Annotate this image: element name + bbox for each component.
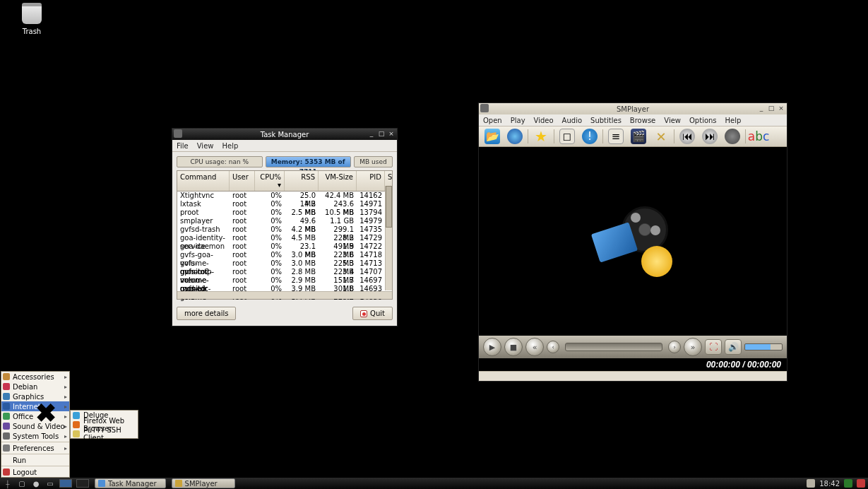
more-details-button[interactable]: more details: [177, 307, 236, 320]
menu-help[interactable]: Help: [725, 117, 742, 124]
table-row[interactable]: prootroot0%2.5 MB10.5 MB13794: [177, 208, 392, 217]
col-vmsize[interactable]: VM-Size: [319, 171, 357, 191]
horizontal-scrollbar[interactable]: [177, 291, 392, 299]
toolbar-separator: [602, 129, 603, 143]
task-manager-titlebar[interactable]: Task Manager _ □ ×: [172, 129, 397, 140]
play-button[interactable]: ▶: [483, 338, 501, 356]
app-icon: [73, 421, 80, 428]
menu-file[interactable]: File: [177, 142, 189, 150]
tray-icon[interactable]: [807, 479, 815, 488]
step-back-button[interactable]: ‹: [547, 341, 559, 353]
close-button[interactable]: ×: [387, 129, 396, 138]
mute-button[interactable]: 🔊: [725, 339, 742, 355]
col-cpu[interactable]: CPU% ▾: [255, 171, 285, 191]
col-rss[interactable]: RSS: [285, 171, 319, 191]
table-row[interactable]: goa-identity-serviceroot0%4.5 MB228.2 MB…: [177, 234, 392, 242]
preferences-icon[interactable]: ✕: [653, 129, 669, 144]
menu-audio[interactable]: Audio: [562, 117, 582, 124]
table-row[interactable]: goa-daemonroot0%23.1 MB491.9 MB14722: [177, 242, 392, 251]
info-icon[interactable]: !: [582, 129, 598, 144]
table-row[interactable]: Xtightvncroot0%25.0 MB42.4 MB14162: [177, 192, 392, 200]
close-button[interactable]: ×: [777, 104, 785, 112]
video-area[interactable]: [479, 147, 787, 336]
menu-video[interactable]: Video: [534, 117, 554, 124]
open-file-icon[interactable]: 📂: [484, 129, 500, 144]
favorites-icon[interactable]: ★: [533, 129, 549, 144]
category-icon: [3, 373, 10, 380]
vertical-scrollbar[interactable]: [385, 186, 392, 290]
submenu-item-putty-ssh-client[interactable]: PuTTY SSH Client: [71, 429, 138, 438]
rewind-button[interactable]: «: [525, 338, 544, 356]
workspace1-button[interactable]: [59, 479, 72, 488]
minimize-all-button[interactable]: ▭: [45, 479, 55, 488]
playlist-icon[interactable]: ≡: [608, 129, 624, 144]
app-icon: [73, 430, 80, 437]
menu-item-run[interactable]: Run: [1, 455, 69, 465]
menu-item-system-tools[interactable]: System Tools▸: [1, 431, 69, 441]
menu-item-debian[interactable]: Debian▸: [1, 382, 69, 391]
category-icon: [3, 403, 10, 410]
forward-button[interactable]: »: [684, 338, 702, 356]
screenshot-icon[interactable]: ◻: [559, 129, 575, 144]
table-row[interactable]: gvfs-mtp-volume-monitorroot0%2.8 MB223.4…: [177, 268, 392, 276]
table-row[interactable]: gvfsd-trashroot0%4.2 MB299.1 MB14735: [177, 225, 392, 234]
file-manager-launcher[interactable]: ▢: [17, 479, 27, 488]
col-pid[interactable]: PID: [357, 171, 385, 191]
taskbar-task-manager[interactable]: Task Manager: [95, 478, 166, 488]
internet-submenu: DelugeFirefox Web BrowserPuTTY SSH Clien…: [70, 410, 138, 439]
taskbar-smplayer[interactable]: SMPlayer: [172, 478, 235, 488]
prev-chapter-icon[interactable]: ⏮: [679, 129, 695, 144]
browser-launcher[interactable]: ●: [31, 479, 41, 488]
menu-help[interactable]: Help: [222, 142, 238, 150]
seek-slider[interactable]: [565, 343, 662, 351]
menu-view[interactable]: View: [197, 142, 214, 150]
toolbar-separator: [528, 129, 528, 143]
col-user[interactable]: User: [230, 171, 255, 191]
table-row[interactable]: menu-cachedroot0%2.9 MB151.7 MB14697: [177, 276, 392, 285]
menu-open[interactable]: Open: [483, 117, 502, 124]
scrollbar-thumb[interactable]: [386, 186, 392, 228]
start-menu-button[interactable]: ⟊: [3, 479, 13, 488]
col-command[interactable]: Command: [177, 171, 230, 191]
stop-button[interactable]: ■: [504, 338, 523, 356]
repeat-icon[interactable]: [725, 129, 740, 144]
menu-browse[interactable]: Browse: [630, 117, 655, 124]
table-row[interactable]: gvfs-gphoto2-volume-monitorroot0%3.0 MB2…: [177, 259, 392, 268]
menu-options[interactable]: Options: [689, 117, 717, 124]
smplayer-icon: [175, 480, 182, 487]
table-row[interactable]: gvfs-goa-volume-monitorroot0%3.0 MB223.6…: [177, 251, 392, 259]
time-display: 00:00:00 / 00:00:00: [479, 358, 787, 371]
window-title: SMPlayer: [617, 105, 649, 113]
maximize-button[interactable]: □: [377, 129, 386, 138]
menu-item-preferences[interactable]: Preferences▸: [1, 443, 69, 453]
quit-icon: [360, 310, 367, 317]
menu-item-accessories[interactable]: Accessories▸: [1, 372, 69, 382]
next-chapter-icon[interactable]: ⏭: [702, 129, 718, 144]
smplayer-titlebar[interactable]: SMPlayer _ □ ×: [479, 103, 787, 114]
smplayer-logo: [590, 206, 675, 277]
menu-item-logout[interactable]: Logout: [1, 467, 69, 477]
clock[interactable]: 18:42: [819, 480, 840, 488]
maximize-button[interactable]: □: [767, 104, 775, 112]
fullscreen-button[interactable]: ⛶: [705, 339, 722, 355]
step-fwd-button[interactable]: ›: [668, 341, 681, 353]
table-row[interactable]: smplayerroot0%49.6 MB1.1 GB14979: [177, 217, 392, 225]
minimize-button[interactable]: _: [757, 104, 766, 112]
open-url-icon[interactable]: [507, 129, 523, 144]
quit-button[interactable]: Quit: [352, 307, 393, 320]
workspace2-button[interactable]: [76, 479, 89, 488]
menu-subtitles[interactable]: Subtitles: [590, 117, 622, 124]
minimize-button[interactable]: _: [367, 129, 376, 138]
toolbar-separator: [674, 129, 674, 143]
desktop-trash[interactable]: Trash: [14, 3, 49, 36]
logout-tray-icon[interactable]: [857, 479, 865, 488]
network-tray-icon[interactable]: [844, 479, 852, 488]
table-row[interactable]: lxtaskroot0%14.2 MB243.6 MB14971: [177, 200, 392, 208]
smplayer-statusbar: [479, 371, 787, 381]
cpu-usage-bar: CPU usage: nan %: [177, 156, 263, 167]
media-icon[interactable]: 🎬: [631, 129, 646, 144]
menu-play[interactable]: Play: [511, 117, 525, 124]
channels-icon[interactable]: abc: [751, 129, 766, 144]
menu-view[interactable]: View: [664, 117, 681, 124]
volume-slider[interactable]: [744, 343, 783, 350]
